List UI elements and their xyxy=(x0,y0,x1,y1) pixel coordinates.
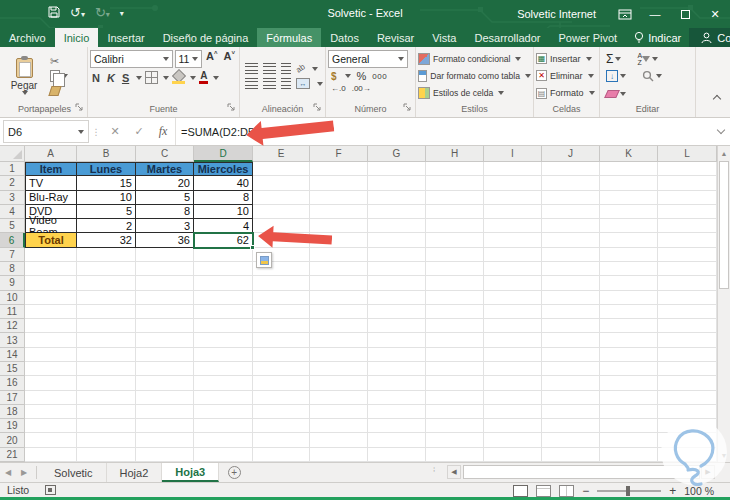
column-header-e[interactable]: E xyxy=(253,146,310,162)
cell-A3[interactable]: Blu-Ray xyxy=(25,191,77,205)
number-dialog-launcher-icon[interactable] xyxy=(403,102,411,115)
row-header-10[interactable]: 10 xyxy=(0,291,25,305)
next-sheet-icon[interactable]: ▶ xyxy=(16,463,32,482)
fill-color-icon[interactable] xyxy=(172,71,185,84)
row-header-1[interactable]: 1 xyxy=(0,162,25,176)
clear-button[interactable] xyxy=(604,87,628,101)
copy-button[interactable] xyxy=(48,70,70,83)
horizontal-scroll-thumb[interactable] xyxy=(463,465,700,479)
cancel-entry-icon[interactable]: ✕ xyxy=(103,118,127,145)
collapse-ribbon-icon[interactable] xyxy=(712,95,722,101)
column-header-k[interactable]: K xyxy=(600,146,658,162)
column-header-a[interactable]: A xyxy=(25,146,77,162)
name-box[interactable]: D6 xyxy=(3,120,89,143)
cell-styles-button[interactable]: Estilos de celda xyxy=(418,87,531,99)
cut-button[interactable]: ✂ xyxy=(48,55,70,68)
close-button[interactable]: ✕ xyxy=(700,0,730,28)
bold-button[interactable]: N xyxy=(90,72,102,84)
row-header-18[interactable]: 18 xyxy=(0,405,25,419)
merge-center-icon[interactable]: ↔ xyxy=(296,78,310,89)
format-as-table-button[interactable]: Dar formato como tabla xyxy=(418,70,531,82)
borders-icon[interactable] xyxy=(145,71,158,84)
confirm-entry-icon[interactable]: ✓ xyxy=(127,118,151,145)
tab-datos[interactable]: Datos xyxy=(321,28,368,47)
increase-font-icon[interactable]: A˄ xyxy=(204,50,219,68)
row-header-11[interactable]: 11 xyxy=(0,305,25,319)
conditional-formatting-button[interactable]: Formato condicional xyxy=(418,53,531,65)
comma-style-icon[interactable]: 000 xyxy=(372,72,387,81)
increase-decimal-icon[interactable]: ←.0 xyxy=(331,84,346,93)
row-header-16[interactable]: 16 xyxy=(0,376,25,390)
autosum-button[interactable]: Σ xyxy=(604,52,623,66)
table-header-lunes[interactable]: Lunes xyxy=(77,162,136,176)
table-header-martes[interactable]: Martes xyxy=(136,162,194,176)
zoom-out-icon[interactable]: − xyxy=(582,484,589,498)
cell-C6[interactable]: 36 xyxy=(136,233,194,247)
tab-vista[interactable]: Vista xyxy=(423,28,465,47)
cell-B5[interactable]: 2 xyxy=(77,219,136,233)
clipboard-dialog-launcher-icon[interactable] xyxy=(75,102,83,115)
font-color-icon[interactable]: A xyxy=(199,71,208,84)
underline-button[interactable]: S xyxy=(120,72,131,84)
row-header-5[interactable]: 5 xyxy=(0,219,25,233)
new-sheet-button[interactable]: + xyxy=(219,463,249,482)
scroll-up-icon[interactable]: ▲ xyxy=(718,146,730,160)
page-layout-view-icon[interactable] xyxy=(536,485,551,497)
account-name[interactable]: Solvetic Internet xyxy=(517,8,596,20)
row-header-4[interactable]: 4 xyxy=(0,205,25,219)
total-label-cell[interactable]: Total xyxy=(25,233,77,247)
row-header-8[interactable]: 8 xyxy=(0,262,25,276)
fill-button[interactable]: ↓ xyxy=(604,69,628,83)
minimize-button[interactable]: — xyxy=(640,0,670,28)
normal-view-icon[interactable] xyxy=(513,485,528,497)
sheet-tab-hoja2[interactable]: Hoja2 xyxy=(107,463,163,482)
row-header-12[interactable]: 12 xyxy=(0,319,25,333)
cell-D4[interactable]: 10 xyxy=(194,205,253,219)
row-header-3[interactable]: 3 xyxy=(0,191,25,205)
cell-D3[interactable]: 8 xyxy=(194,191,253,205)
tab-archivo[interactable]: Archivo xyxy=(0,28,55,47)
alignment-dialog-launcher-icon[interactable] xyxy=(313,102,321,115)
format-cells-button[interactable]: ▤Formato xyxy=(536,88,597,99)
column-header-i[interactable]: I xyxy=(484,146,542,162)
row-header-6[interactable]: 6 xyxy=(0,233,25,247)
cell-C4[interactable]: 8 xyxy=(136,205,194,219)
column-header-g[interactable]: G xyxy=(368,146,426,162)
page-break-view-icon[interactable] xyxy=(559,485,574,497)
paste-dropdown-icon[interactable] xyxy=(22,91,28,95)
zoom-slider-thumb[interactable] xyxy=(626,486,630,496)
cell-C5[interactable]: 3 xyxy=(136,219,194,233)
maximize-button[interactable] xyxy=(670,0,700,28)
horizontal-splitter[interactable]: ⁞ xyxy=(433,465,436,474)
underline-dropdown-icon[interactable] xyxy=(136,76,142,80)
column-header-l[interactable]: L xyxy=(658,146,717,162)
align-bottom-icon[interactable] xyxy=(281,63,291,74)
align-middle-icon[interactable] xyxy=(263,63,276,74)
share-button[interactable]: Compartir xyxy=(689,28,730,47)
zoom-in-icon[interactable]: + xyxy=(669,484,676,498)
fill-handle[interactable] xyxy=(250,245,255,250)
orientation-icon[interactable]: ab xyxy=(294,62,306,74)
italic-button[interactable]: K xyxy=(105,72,117,84)
sheet-tab-hoja3[interactable]: Hoja3 xyxy=(162,463,219,482)
tab-f-rmulas[interactable]: Fórmulas xyxy=(257,28,321,47)
formula-input[interactable]: =SUMA(D2:D5) xyxy=(175,118,712,145)
tab-inicio[interactable]: Inicio xyxy=(55,28,99,47)
cell-C2[interactable]: 20 xyxy=(136,176,194,190)
column-header-h[interactable]: H xyxy=(426,146,484,162)
tab-revisar[interactable]: Revisar xyxy=(368,28,423,47)
decrease-font-icon[interactable]: A˅ xyxy=(222,50,237,68)
ribbon-display-options-icon[interactable] xyxy=(610,0,640,28)
select-all-corner[interactable] xyxy=(0,146,25,162)
scroll-down-icon[interactable]: ▼ xyxy=(718,448,730,462)
row-header-19[interactable]: 19 xyxy=(0,419,25,433)
cell-A5[interactable]: Video Beam xyxy=(25,219,77,233)
row-header-9[interactable]: 9 xyxy=(0,276,25,290)
vertical-scroll-thumb[interactable] xyxy=(719,161,729,289)
row-header-20[interactable]: 20 xyxy=(0,433,25,447)
column-header-j[interactable]: J xyxy=(542,146,600,162)
tell-me-box[interactable]: Indicar xyxy=(626,28,689,47)
scroll-right-icon[interactable]: ▶ xyxy=(701,465,715,479)
sort-filter-button[interactable]: AZ xyxy=(635,52,660,66)
cell-A2[interactable]: TV xyxy=(25,176,77,190)
